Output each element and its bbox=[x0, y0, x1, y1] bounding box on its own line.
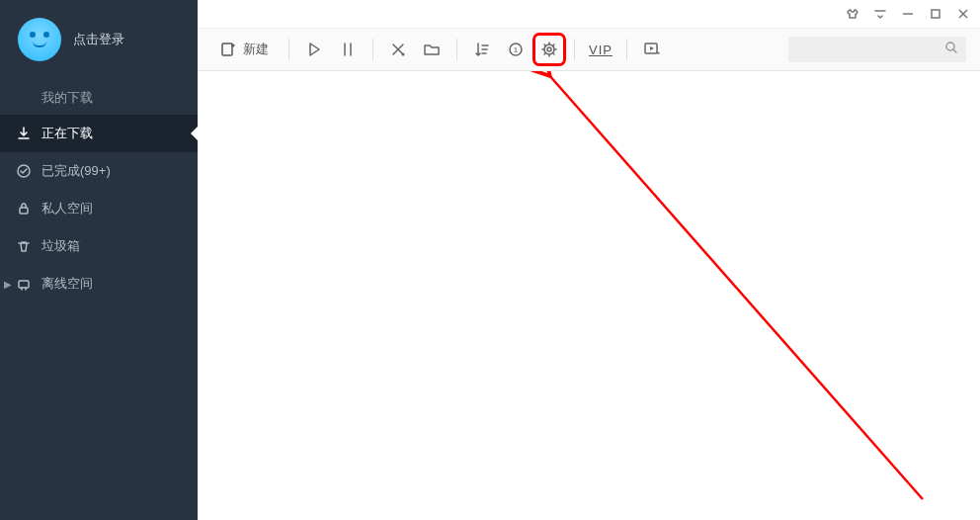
svg-rect-4 bbox=[932, 10, 939, 18]
new-button-label: 新建 bbox=[243, 41, 269, 58]
sidebar-item-label: 私人空间 bbox=[41, 200, 93, 217]
skin-icon[interactable] bbox=[846, 7, 859, 21]
search-box[interactable] bbox=[788, 37, 966, 62]
separator bbox=[372, 39, 373, 60]
minimize-button[interactable] bbox=[901, 7, 915, 21]
sidebar-item-label: 正在下载 bbox=[41, 125, 93, 142]
vip-link[interactable]: VIP bbox=[587, 43, 614, 57]
check-icon bbox=[16, 163, 32, 179]
annotation-arrow bbox=[198, 71, 980, 520]
close-button[interactable] bbox=[956, 7, 970, 21]
avatar bbox=[18, 18, 61, 61]
sidebar-section-title: 我的下载 bbox=[0, 79, 198, 115]
svg-rect-2 bbox=[19, 281, 29, 288]
sidebar-item-completed[interactable]: 已完成(99+) bbox=[0, 152, 198, 190]
menu-dropdown-icon[interactable] bbox=[873, 7, 887, 21]
delete-tool[interactable] bbox=[385, 37, 411, 62]
settings-tool[interactable] bbox=[536, 37, 562, 62]
lock-icon bbox=[16, 201, 32, 217]
cloud-icon bbox=[16, 276, 32, 292]
play-mode-tool[interactable] bbox=[639, 37, 665, 62]
maximize-button[interactable] bbox=[929, 7, 942, 21]
search-icon bbox=[944, 41, 958, 58]
sort-tool[interactable] bbox=[469, 37, 495, 62]
window-titlebar bbox=[198, 0, 980, 28]
toolbar: 新建 1 bbox=[198, 28, 980, 71]
app-root: 点击登录 我的下载 正在下载 已完成(99+) 私人空间 垃圾箱 bbox=[0, 0, 980, 520]
sidebar-item-label: 垃圾箱 bbox=[41, 237, 80, 255]
sidebar-item-label: 离线空间 bbox=[41, 275, 93, 293]
separator bbox=[626, 39, 627, 60]
sidebar-item-downloading[interactable]: 正在下载 bbox=[0, 115, 198, 152]
user-area[interactable]: 点击登录 bbox=[0, 0, 198, 79]
speed-limit-tool[interactable]: 1 bbox=[503, 37, 529, 62]
svg-rect-1 bbox=[20, 208, 28, 214]
svg-point-6 bbox=[402, 53, 405, 56]
sidebar-item-private[interactable]: 私人空间 bbox=[0, 190, 198, 227]
chevron-right-icon: ▶ bbox=[4, 279, 12, 290]
pause-tool[interactable] bbox=[335, 37, 361, 62]
sidebar: 点击登录 我的下载 正在下载 已完成(99+) 私人空间 垃圾箱 bbox=[0, 0, 198, 520]
download-icon bbox=[16, 126, 32, 141]
new-button[interactable]: 新建 bbox=[211, 37, 277, 62]
sidebar-item-offline[interactable]: ▶ 离线空间 bbox=[0, 265, 198, 303]
sidebar-item-trash[interactable]: 垃圾箱 bbox=[0, 227, 198, 265]
svg-rect-5 bbox=[222, 43, 232, 55]
svg-point-10 bbox=[547, 47, 551, 51]
main-area: 新建 1 bbox=[198, 0, 980, 520]
svg-text:1: 1 bbox=[514, 45, 519, 54]
separator bbox=[574, 39, 575, 60]
start-tool[interactable] bbox=[301, 37, 327, 62]
sidebar-item-label: 已完成(99+) bbox=[41, 162, 111, 180]
separator bbox=[456, 39, 457, 60]
search-input[interactable] bbox=[796, 43, 944, 56]
trash-icon bbox=[16, 238, 32, 254]
content-area bbox=[198, 71, 980, 520]
login-text: 点击登录 bbox=[73, 31, 124, 48]
open-folder-tool[interactable] bbox=[419, 37, 445, 62]
separator bbox=[288, 39, 289, 60]
svg-line-13 bbox=[548, 74, 923, 499]
